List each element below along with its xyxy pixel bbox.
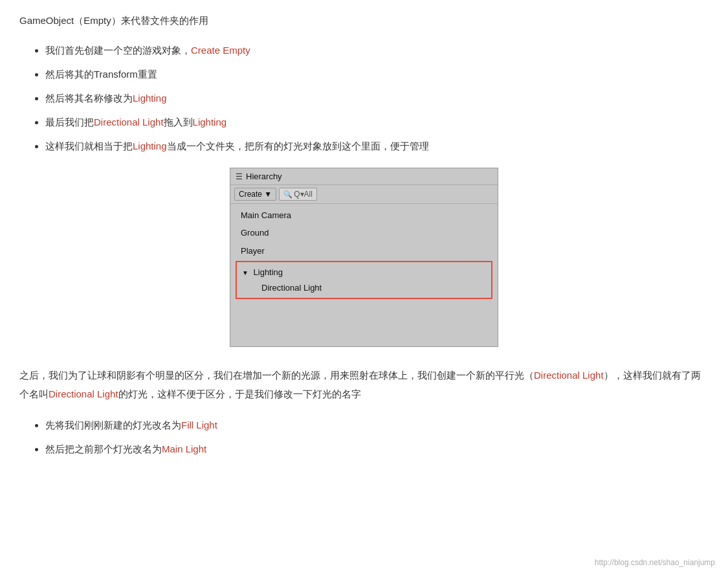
list-item: 最后我们把Directional Light拖入到Lighting — [45, 113, 709, 131]
list-item-text: 然后将其名称修改为Lighting — [45, 93, 167, 104]
bullet-list-1: 我们首先创建一个空的游戏对象，Create Empty 然后将其的Transfo… — [19, 41, 709, 155]
collapse-icon: ▼ — [242, 267, 248, 279]
list-item-text: 然后将其的Transform重置 — [45, 69, 157, 80]
highlight-text: Lighting — [133, 93, 167, 104]
paragraph-1: 之后，我们为了让球和阴影有个明显的区分，我们在增加一个新的光源，用来照射在球体上… — [19, 366, 709, 403]
list-item-text: 这样我们就相当于把Lighting当成一个文件夹，把所有的灯光对象放到这个里面，… — [45, 140, 429, 151]
hierarchy-item-player: Player — [230, 242, 498, 260]
hierarchy-titlebar: ☰ Hierarchy — [230, 168, 498, 185]
highlight-text: Directional Light — [49, 388, 118, 399]
list-item-text: 最后我们把Directional Light拖入到Lighting — [45, 117, 226, 128]
search-placeholder: Q▾All — [294, 190, 313, 199]
create-button[interactable]: Create ▼ — [234, 188, 276, 201]
highlight-text: Lighting — [133, 140, 167, 151]
watermark: http://blog.csdn.net/shao_nianjump — [595, 558, 715, 567]
highlight-text: Main Light — [162, 443, 206, 454]
highlight-text: Fill Light — [181, 419, 217, 430]
hierarchy-item-ground: Ground — [230, 224, 498, 241]
hierarchy-title: Hierarchy — [246, 172, 282, 181]
list-item: 然后把之前那个灯光改名为Main Light — [45, 440, 709, 458]
list-item: 我们首先创建一个空的游戏对象，Create Empty — [45, 41, 709, 59]
hierarchy-search[interactable]: 🔍 Q▾All — [279, 188, 317, 201]
hierarchy-item-lighting: ▼ Lighting — [242, 265, 486, 280]
list-item-text: 我们首先创建一个空的游戏对象，Create Empty — [45, 45, 250, 56]
unity-hierarchy-panel: ☰ Hierarchy Create ▼ 🔍 Q▾All Main Camera… — [230, 168, 498, 347]
hierarchy-toolbar: Create ▼ 🔍 Q▾All — [230, 185, 498, 204]
bullet-list-2: 先将我们刚刚新建的灯光改名为Fill Light 然后把之前那个灯光改名为Mai… — [19, 416, 709, 458]
hierarchy-item-main-camera: Main Camera — [230, 206, 498, 224]
list-item-text: 然后把之前那个灯光改名为Main Light — [45, 443, 206, 454]
hierarchy-body: Main Camera Ground Player ▼ Lighting Dir… — [230, 204, 498, 346]
list-item: 然后将其名称修改为Lighting — [45, 89, 709, 107]
hierarchy-icon: ☰ — [236, 172, 243, 181]
highlight-text: Directional Light — [94, 117, 164, 128]
hierarchy-item-directional-light: Directional Light — [242, 280, 486, 295]
list-item-text: 先将我们刚刚新建的灯光改名为Fill Light — [45, 419, 217, 430]
lighting-label: Lighting — [254, 267, 283, 277]
search-icon: 🔍 — [283, 190, 292, 199]
highlight-text: Create Empty — [191, 45, 250, 56]
list-item: 先将我们刚刚新建的灯光改名为Fill Light — [45, 416, 709, 434]
list-item: 这样我们就相当于把Lighting当成一个文件夹，把所有的灯光对象放到这个里面，… — [45, 137, 709, 155]
highlight-text: Lighting — [193, 117, 227, 128]
highlight-text: Directional Light — [534, 370, 604, 381]
hierarchy-image-container: ☰ Hierarchy Create ▼ 🔍 Q▾All Main Camera… — [19, 168, 709, 347]
directional-light-label: Directional Light — [261, 283, 322, 293]
page-title: GameObject（Empty）来代替文件夹的作用 — [19, 13, 709, 28]
list-item: 然后将其的Transform重置 — [45, 65, 709, 83]
hierarchy-item-lighting-group: ▼ Lighting Directional Light — [236, 261, 492, 299]
